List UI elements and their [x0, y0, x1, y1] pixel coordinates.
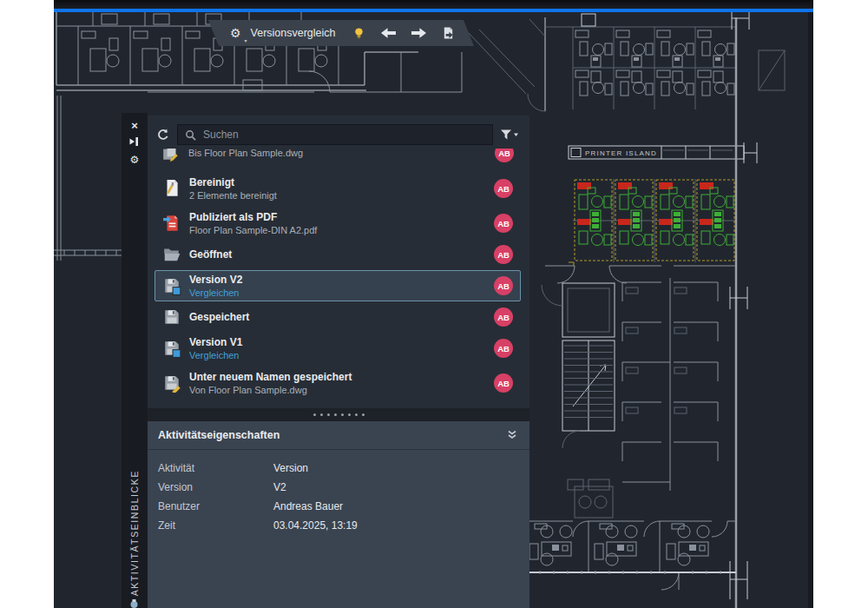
activity-item[interactable]: Bereinigt 2 Elemente bereinigt AB	[155, 173, 521, 204]
lightbulb-icon[interactable]	[345, 20, 373, 46]
avatar: AB	[494, 373, 513, 393]
activity-title: Gespeichert	[189, 311, 486, 324]
property-label: Aktivität	[148, 462, 273, 474]
property-label: Zeit	[148, 519, 273, 532]
activity-item-selected[interactable]: Version V2 Vergleichen AB	[155, 270, 521, 301]
screenshot: PRINTER ISLAND	[0, 0, 868, 608]
activity-title: Publiziert als PDF	[189, 211, 486, 224]
avatar: AB	[494, 179, 513, 198]
property-row: Aktivität Version	[148, 459, 529, 478]
autocad-window: PRINTER ISLAND	[54, 0, 813, 608]
compare-link[interactable]: Vergleichen	[189, 349, 486, 361]
avatar: AB	[494, 245, 513, 264]
property-row: Zeit 03.04.2025, 13:19	[148, 516, 529, 535]
activity-insights-panel: Bis Floor Plan Sample.dwg AB Bereinigt 2…	[148, 116, 529, 608]
search-row	[155, 123, 521, 146]
avatar: AB	[494, 307, 513, 327]
panel-pin-icon[interactable]	[122, 134, 148, 151]
version-icon	[162, 339, 181, 358]
property-value: V2	[273, 481, 286, 493]
activity-subtitle: Bis Floor Plan Sample.dwg	[188, 149, 487, 159]
property-value: Andreas Bauer	[273, 500, 343, 512]
insights-badge-icon	[128, 596, 140, 608]
printer-island-label: PRINTER ISLAND	[585, 149, 657, 157]
properties-table: Aktivität Version Version V2 Benutzer An…	[148, 450, 529, 535]
property-value: 03.04.2025, 13:19	[273, 519, 358, 532]
purge-icon	[162, 179, 181, 198]
save-icon	[162, 307, 181, 327]
activity-item[interactable]: Version V1 Vergleichen AB	[155, 333, 521, 364]
previous-change-arrow-left-icon[interactable]	[373, 20, 404, 46]
activity-properties-section: Aktivitätseigenschaften Aktivität Versio…	[148, 421, 529, 608]
activity-item[interactable]: Unter neuem Namen gespeichert Von Floor …	[155, 367, 521, 399]
compare-doc-icon	[161, 149, 181, 162]
refresh-icon[interactable]	[155, 126, 172, 143]
activity-item[interactable]: Gespeichert AB	[155, 305, 521, 329]
avatar: AB	[494, 339, 513, 358]
panel-title-strip: × ⚙ AKTIVITÄTSEINBLICKE	[122, 113, 148, 608]
activity-subtitle: Floor Plan Sample-DIN A2.pdf	[189, 224, 486, 236]
search-icon	[185, 129, 196, 141]
save-as-icon	[162, 373, 181, 393]
property-value: Version	[273, 462, 308, 474]
collapse-chevron-icon[interactable]	[505, 427, 519, 444]
compare-link[interactable]: Vergleichen	[189, 287, 486, 299]
activity-subtitle: Von Floor Plan Sample.dwg	[189, 384, 486, 396]
activity-list: Bis Floor Plan Sample.dwg AB Bereinigt 2…	[155, 149, 521, 407]
avatar: AB	[495, 149, 514, 162]
panel-gear-icon[interactable]: ⚙	[122, 151, 148, 169]
compare-settings-gear-icon[interactable]: ⚙▾	[222, 20, 249, 46]
avatar: AB	[494, 276, 513, 295]
search-box	[177, 124, 493, 145]
activity-item[interactable]: Bis Floor Plan Sample.dwg AB	[155, 149, 521, 168]
panel-splitter-handle[interactable]	[148, 408, 529, 421]
activity-title: Version V1	[189, 336, 486, 349]
window-edge	[808, 0, 813, 608]
panel-close-icon[interactable]: ×	[122, 116, 148, 134]
activity-title: Version V2	[189, 274, 486, 287]
activity-title: Geöffnet	[189, 248, 486, 261]
property-label: Benutzer	[148, 500, 273, 512]
version-icon	[162, 276, 181, 295]
titlebar-accent	[54, 9, 813, 12]
titlebar	[54, 0, 813, 9]
export-snapshot-icon[interactable]	[434, 20, 463, 46]
activity-item[interactable]: Publiziert als PDF Floor Plan Sample-DIN…	[155, 208, 521, 239]
activity-subtitle: 2 Elemente bereinigt	[189, 189, 486, 202]
property-row: Version V2	[148, 478, 529, 497]
search-input[interactable]	[201, 128, 485, 142]
properties-title: Aktivitätseigenschaften	[158, 429, 279, 441]
activity-title: Unter neuem Namen gespeichert	[189, 371, 486, 384]
toolbar-title: Versionsvergleich	[249, 27, 345, 39]
version-compare-toolbar: ⚙▾ Versionsvergleich ×	[208, 20, 474, 46]
panel-vertical-title: AKTIVITÄTSEINBLICKE	[129, 470, 140, 596]
filter-icon[interactable]	[498, 128, 521, 142]
property-label: Version	[148, 481, 273, 493]
pdf-icon	[162, 214, 181, 233]
folder-open-icon	[162, 245, 181, 264]
properties-header: Aktivitätseigenschaften	[148, 421, 529, 450]
avatar: AB	[494, 214, 513, 233]
activity-item[interactable]: Geöffnet AB	[155, 242, 521, 267]
activity-title: Bereinigt	[189, 176, 486, 189]
property-row: Benutzer Andreas Bauer	[148, 497, 529, 516]
next-change-arrow-right-icon[interactable]	[404, 20, 434, 46]
